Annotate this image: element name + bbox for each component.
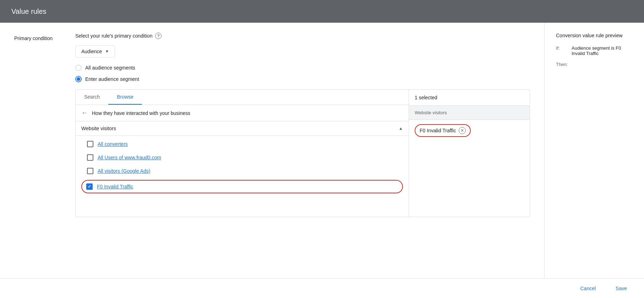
selected-count: 1 selected	[409, 90, 530, 106]
preview-if-value: Audience segment is F0 Invalid Traffic	[572, 45, 633, 56]
condition-row: Primary condition Select your rule's pri…	[14, 33, 530, 217]
checkbox-item-all-converters[interactable]: All converters	[76, 137, 409, 151]
main-content: Primary condition Select your rule's pri…	[0, 23, 644, 298]
tabs-row: Search Browse	[76, 90, 409, 105]
back-nav-text: How they have interacted with your busin…	[92, 110, 190, 116]
condition-title: Select your rule's primary condition ?	[75, 33, 530, 39]
right-panel: Conversion value rule preview If: Audien…	[545, 23, 644, 298]
chevron-up-icon: ▲	[399, 126, 403, 131]
checkbox-item-all-users[interactable]: All Users of www.fraud0.com	[76, 151, 409, 164]
page-title: Value rules	[11, 7, 47, 16]
radio-all-segments[interactable]: All audience segments	[75, 65, 530, 71]
chevron-down-icon: ▼	[105, 49, 109, 54]
tab-search[interactable]: Search	[76, 90, 108, 105]
remove-icon[interactable]: ✕	[459, 127, 466, 134]
preview-if-row: If: Audience segment is F0 Invalid Traff…	[556, 45, 633, 56]
checkbox-item-all-visitors[interactable]: All visitors (Google Ads)	[76, 164, 409, 178]
checkbox-label-all-users: All Users of www.fraud0.com	[98, 155, 161, 160]
checkbox-label-fo-invalid: F0 Invalid Traffic	[97, 184, 133, 189]
selected-item-chip-fo-invalid: F0 Invalid Traffic ✕	[415, 124, 471, 137]
checkbox-all-users	[87, 154, 93, 161]
checkbox-list: All converters All Users of www.fraud0.c…	[76, 136, 409, 197]
condition-content: Select your rule's primary condition ? A…	[75, 33, 530, 217]
selected-items-list: F0 Invalid Traffic ✕	[409, 120, 530, 141]
left-browse: Search Browse ← How they have interacted…	[76, 90, 409, 217]
right-selected: 1 selected Website visitors F0 Invalid T…	[409, 90, 530, 217]
preview-if-label: If:	[556, 45, 566, 56]
checkbox-all-converters	[87, 141, 93, 147]
website-visitors-section-header[interactable]: Website visitors ▲	[76, 121, 409, 136]
condition-label: Primary condition	[14, 33, 64, 217]
cancel-button[interactable]: Cancel	[574, 283, 601, 294]
checkbox-label-all-converters: All converters	[98, 141, 128, 147]
preview-then-row: Then:	[556, 62, 633, 67]
browse-panel: Search Browse ← How they have interacted…	[75, 89, 530, 217]
top-bar: Value rules	[0, 0, 644, 23]
website-visitors-label: Website visitors	[81, 126, 116, 131]
tab-browse[interactable]: Browse	[108, 90, 142, 105]
radio-enter-segment[interactable]: Enter audience segment	[75, 76, 530, 82]
selected-item-label: F0 Invalid Traffic	[420, 128, 456, 133]
preview-title: Conversion value rule preview	[556, 33, 633, 38]
radio-circle-all	[75, 65, 82, 71]
checkbox-fo-invalid	[86, 183, 93, 190]
radio-circle-enter	[75, 76, 82, 82]
checkbox-all-visitors	[87, 168, 93, 174]
save-button[interactable]: Save	[610, 283, 633, 294]
help-icon[interactable]: ?	[155, 33, 162, 39]
condition-title-text: Select your rule's primary condition	[75, 33, 152, 39]
radio-group: All audience segments Enter audience seg…	[75, 65, 530, 82]
radio-label-enter: Enter audience segment	[85, 76, 139, 82]
left-panel: Primary condition Select your rule's pri…	[0, 23, 545, 298]
back-nav[interactable]: ← How they have interacted with your bus…	[76, 105, 409, 121]
checkbox-item-fo-invalid[interactable]: F0 Invalid Traffic	[81, 180, 403, 193]
back-arrow-icon: ←	[81, 109, 88, 117]
radio-label-all: All audience segments	[85, 65, 135, 71]
preview-then-label: Then:	[556, 62, 568, 67]
checkbox-label-all-visitors: All visitors (Google Ads)	[98, 168, 151, 174]
footer: Cancel Save	[0, 278, 644, 298]
website-visitors-header: Website visitors	[409, 106, 530, 120]
audience-dropdown[interactable]: Audience ▼	[75, 45, 115, 57]
audience-dropdown-label: Audience	[81, 49, 102, 54]
